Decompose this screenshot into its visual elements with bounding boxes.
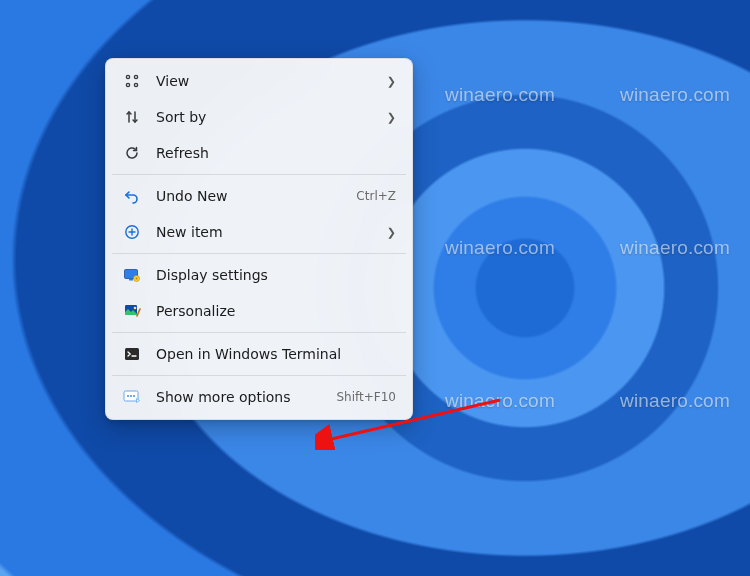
menu-item-label: Personalize	[156, 303, 396, 319]
show-more-icon	[122, 387, 142, 407]
chevron-right-icon: ❯	[382, 75, 396, 88]
watermark: winaero.com	[445, 390, 555, 412]
watermark: winaero.com	[620, 390, 730, 412]
svg-point-2	[126, 83, 129, 86]
menu-separator	[112, 332, 406, 333]
watermark: winaero.com	[445, 84, 555, 106]
menu-item-label: View	[156, 73, 372, 89]
watermark: winaero.com	[620, 84, 730, 106]
svg-point-14	[130, 395, 132, 397]
menu-item-sort-by[interactable]: Sort by ❯	[110, 99, 408, 135]
menu-shortcut: Ctrl+Z	[356, 189, 396, 203]
menu-item-label: New item	[156, 224, 372, 240]
menu-item-label: Show more options	[156, 389, 326, 405]
menu-item-show-more-options[interactable]: Show more options Shift+F10	[110, 379, 408, 415]
menu-separator	[112, 174, 406, 175]
menu-item-label: Refresh	[156, 145, 396, 161]
display-settings-icon	[122, 265, 142, 285]
new-item-icon	[122, 222, 142, 242]
menu-item-label: Open in Windows Terminal	[156, 346, 396, 362]
svg-rect-6	[129, 279, 133, 281]
menu-item-refresh[interactable]: Refresh	[110, 135, 408, 171]
watermark: winaero.com	[445, 237, 555, 259]
menu-separator	[112, 375, 406, 376]
menu-item-display-settings[interactable]: Display settings	[110, 257, 408, 293]
svg-point-1	[134, 75, 137, 78]
menu-item-new[interactable]: New item ❯	[110, 214, 408, 250]
watermark: winaero.com	[620, 237, 730, 259]
menu-item-open-terminal[interactable]: Open in Windows Terminal	[110, 336, 408, 372]
svg-point-0	[126, 75, 129, 78]
menu-item-undo[interactable]: Undo New Ctrl+Z	[110, 178, 408, 214]
svg-point-13	[127, 395, 129, 397]
menu-separator	[112, 253, 406, 254]
terminal-icon	[122, 344, 142, 364]
desktop-context-menu: View ❯ Sort by ❯ Refresh Undo New Ctrl+Z	[105, 58, 413, 420]
undo-icon	[122, 186, 142, 206]
svg-point-3	[134, 83, 137, 86]
chevron-right-icon: ❯	[382, 111, 396, 124]
grid-icon	[122, 71, 142, 91]
sort-icon	[122, 107, 142, 127]
menu-item-label: Display settings	[156, 267, 396, 283]
menu-item-view[interactable]: View ❯	[110, 63, 408, 99]
personalize-icon	[122, 301, 142, 321]
svg-point-15	[133, 395, 135, 397]
svg-rect-11	[125, 348, 139, 360]
chevron-right-icon: ❯	[382, 226, 396, 239]
menu-item-label: Sort by	[156, 109, 372, 125]
menu-item-label: Undo New	[156, 188, 346, 204]
svg-point-10	[134, 307, 137, 310]
refresh-icon	[122, 143, 142, 163]
svg-point-8	[136, 278, 138, 280]
menu-item-personalize[interactable]: Personalize	[110, 293, 408, 329]
menu-shortcut: Shift+F10	[336, 390, 396, 404]
